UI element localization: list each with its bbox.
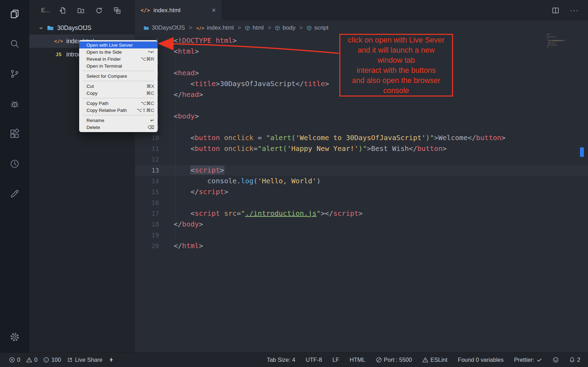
warning-icon — [26, 357, 32, 363]
menu-item-open-to-the-side[interactable]: Open to the Side^↵ — [79, 48, 158, 55]
menu-separator — [83, 71, 154, 71]
smiley-icon — [553, 357, 559, 363]
status-item-live-share[interactable]: Live Share — [67, 357, 103, 363]
code-line-18[interactable]: 18</body> — [135, 219, 588, 230]
line-number: 10 — [135, 132, 159, 143]
code-line-9[interactable]: 9 — [135, 122, 588, 132]
source-control-icon[interactable] — [6, 66, 23, 82]
live-share-icon — [67, 357, 73, 363]
status-item-eslint[interactable]: ESLint — [422, 357, 447, 363]
settings-gear-icon[interactable] — [6, 329, 23, 345]
menu-item-shortcut: ⌘X — [146, 83, 154, 89]
status-item-utf-8[interactable]: UTF-8 — [306, 357, 322, 363]
breadcrumb-item-30DaysOfJS[interactable]: 30DaysOfJS — [143, 24, 185, 31]
menu-item-reveal-in-finder[interactable]: Reveal in Finder⌥⌘R — [79, 55, 158, 62]
folder-row-30daysofjs[interactable]: 30DaysOfJS — [29, 21, 135, 35]
eslint-warning-icon — [422, 357, 428, 363]
status-label: Port : 5500 — [384, 357, 412, 363]
minimap[interactable] — [547, 34, 578, 48]
status-item-2[interactable]: 2 — [569, 357, 580, 363]
html-file-icon: </> — [141, 7, 150, 14]
menu-item-copy-relative-path[interactable]: Copy Relative Path⌥⇧⌘C — [79, 107, 158, 114]
menu-item-cut[interactable]: Cut⌘X — [79, 83, 158, 90]
code-line-8[interactable]: 8<body> — [135, 111, 588, 122]
menu-item-copy-path[interactable]: Copy Path⌥⌘C — [79, 100, 158, 107]
code-line-7[interactable]: 7 — [135, 100, 588, 111]
history-icon[interactable] — [6, 155, 23, 172]
code-line-10[interactable]: 10 <button onclick = "alert('Welcome to … — [135, 132, 588, 143]
folder-icon — [47, 24, 54, 32]
menu-item-shortcut: ⌘C — [146, 90, 154, 96]
close-tab-icon[interactable]: × — [212, 6, 216, 14]
breadcrumb-item-script[interactable]: script — [307, 24, 329, 31]
line-number: 11 — [135, 143, 159, 154]
status-item-0[interactable]: 0 — [9, 357, 20, 363]
explorer-header: E... — [29, 0, 135, 21]
status-right: Tab Size: 4UTF-8LFHTMLPort : 5500ESLintF… — [267, 357, 580, 363]
code-line-13[interactable]: 13 <script> — [135, 165, 588, 176]
code-line-12[interactable]: 12 — [135, 154, 588, 165]
new-folder-icon[interactable] — [77, 7, 85, 14]
status-item-lightning-icon[interactable] — [108, 357, 114, 363]
status-item-found-0-variables[interactable]: Found 0 variables — [458, 357, 504, 363]
line-number: 15 — [135, 186, 159, 197]
breadcrumb: 30DaysOfJS></>index.html>html>body>scrip… — [135, 21, 588, 35]
code-line-11[interactable]: 11 <button onclick="alert('Happy New Yea… — [135, 143, 588, 154]
status-item-prettier-[interactable]: Prettier: — [514, 357, 542, 363]
status-label: Tab Size: 4 — [267, 357, 295, 363]
menu-item-delete[interactable]: Delete⌫ — [79, 124, 158, 131]
code-line-19[interactable]: 19 — [135, 230, 588, 240]
code-line-20[interactable]: 20</html> — [135, 240, 588, 251]
status-label: Found 0 variables — [458, 357, 504, 363]
tab-index-html[interactable]: </> index.html × — [135, 0, 221, 21]
menu-item-shortcut: ⌥⌘C — [141, 100, 154, 106]
status-item-html[interactable]: HTML — [350, 357, 365, 363]
symbol-cube-icon — [245, 25, 250, 31]
line-number: 18 — [135, 219, 159, 230]
status-item-100[interactable]: 100 — [43, 357, 61, 363]
code-line-14[interactable]: 14 console.log('Hello, World') — [135, 176, 588, 186]
menu-item-label: Rename — [86, 118, 104, 123]
feedback-pen-icon[interactable] — [6, 185, 23, 202]
status-item-smiley-icon[interactable] — [553, 357, 559, 363]
status-label: 0 — [17, 357, 20, 363]
status-label: LF — [332, 357, 339, 363]
split-editor-icon[interactable] — [552, 7, 559, 14]
run-debug-icon[interactable] — [6, 95, 23, 112]
overview-ruler-marker — [580, 147, 584, 157]
status-item-port-5500[interactable]: Port : 5500 — [376, 357, 412, 363]
more-actions-icon[interactable]: ··· — [570, 6, 579, 14]
new-file-icon[interactable] — [59, 7, 67, 14]
status-item-tab-size-4[interactable]: Tab Size: 4 — [267, 357, 295, 363]
line-number: 17 — [135, 208, 159, 219]
menu-item-open-with-live-server[interactable]: Open with Live Server — [79, 41, 158, 48]
status-item-lf[interactable]: LF — [332, 357, 339, 363]
breadcrumb-item-body[interactable]: body — [275, 24, 295, 31]
explorer-title: E... — [41, 7, 50, 14]
annotation-line: and also open the browser — [340, 76, 452, 86]
tab-bar: </> index.html × ··· — [135, 0, 588, 21]
code-line-15[interactable]: 15 </script> — [135, 186, 588, 197]
menu-item-label: Cut — [86, 84, 94, 89]
refresh-explorer-icon[interactable] — [95, 7, 103, 14]
tab-title: index.html — [153, 7, 180, 14]
code-line-16[interactable]: 16 — [135, 197, 588, 208]
menu-item-rename[interactable]: Rename↵ — [79, 117, 158, 124]
editor-actions: ··· — [552, 0, 588, 21]
chevron-down-icon — [38, 25, 44, 31]
explorer-icon[interactable] — [6, 6, 23, 22]
code-line-17[interactable]: 17 <script src="./introduction.js"></scr… — [135, 208, 588, 219]
collapse-folders-icon[interactable] — [113, 7, 121, 14]
extensions-icon[interactable] — [6, 125, 23, 142]
menu-item-open-in-terminal[interactable]: Open in Terminal — [79, 62, 158, 69]
search-icon[interactable] — [6, 36, 23, 52]
menu-item-copy[interactable]: Copy⌘C — [79, 90, 158, 97]
annotation-line: click on open with Live Sever — [340, 35, 452, 45]
breadcrumb-label: index.html — [207, 24, 234, 31]
menu-item-label: Reveal in Finder — [86, 56, 121, 62]
status-item-0[interactable]: 0 — [26, 357, 37, 363]
breadcrumb-item-index.html[interactable]: </>index.html — [196, 24, 234, 31]
breadcrumb-item-html[interactable]: html — [245, 24, 264, 31]
activity-bar — [0, 0, 29, 352]
menu-item-select-for-compare[interactable]: Select for Compare — [79, 72, 158, 79]
